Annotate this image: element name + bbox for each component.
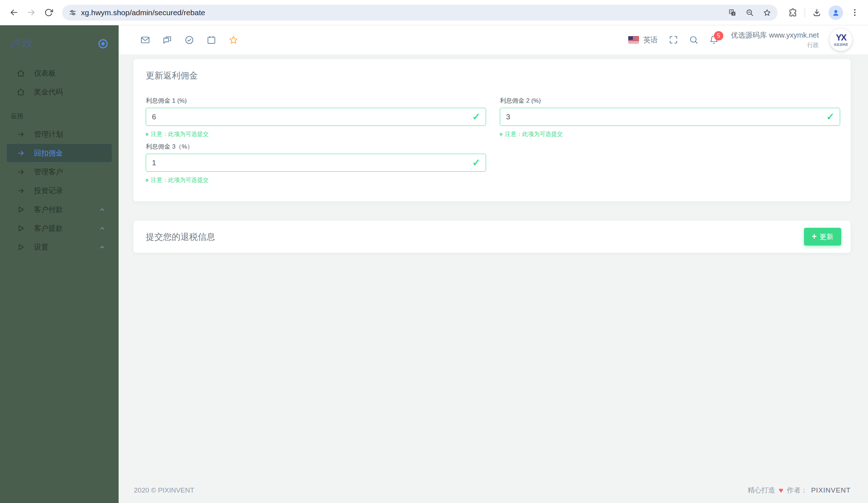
field-label: 利息佣金 1 (%) bbox=[146, 97, 486, 105]
browser-profile-button[interactable] bbox=[829, 5, 843, 20]
notification-badge: 5 bbox=[714, 31, 723, 41]
valid-check-icon: ✓ bbox=[472, 157, 480, 169]
sidebar-section-apps: 应用 bbox=[11, 112, 119, 120]
rebate-commission-card: 更新返利佣金 利息佣金 1 (%) ✓ 注意：此项为可选提交 bbox=[133, 59, 851, 201]
reload-icon bbox=[44, 8, 53, 17]
sidebar-item-label: 管理计划 bbox=[34, 129, 63, 139]
commission-2-input[interactable] bbox=[500, 108, 840, 126]
browser-forward-button[interactable] bbox=[23, 5, 39, 21]
chat-icon[interactable] bbox=[162, 35, 172, 45]
browser-back-button[interactable] bbox=[6, 5, 22, 21]
triangle-right-icon bbox=[17, 243, 25, 251]
page-footer: 2020 © PIXINVENT 精心打造 ♥ 作者： PIXINVENT bbox=[119, 486, 868, 503]
brand-logo[interactable]: 卢坎 bbox=[10, 36, 34, 51]
footer-made-text: 精心打造 bbox=[748, 486, 775, 495]
user-name: 优选源码库 www.yxymk.net bbox=[731, 30, 819, 40]
sidebar-item-label: 客户提款 bbox=[34, 223, 63, 233]
commission-3-input[interactable] bbox=[146, 154, 486, 172]
arrow-right-icon bbox=[17, 168, 25, 176]
home-icon bbox=[17, 69, 25, 77]
language-label: 英语 bbox=[643, 35, 658, 45]
sidebar-item-label: 仪表板 bbox=[34, 68, 56, 78]
favorites-star-icon[interactable] bbox=[229, 35, 238, 45]
sidebar-item-label: 设置 bbox=[34, 242, 48, 252]
check-circle-icon[interactable] bbox=[184, 35, 194, 45]
toolbar-divider bbox=[805, 8, 805, 17]
note-bullet-icon bbox=[146, 133, 148, 136]
sidebar-item-settings[interactable]: 设置 bbox=[7, 238, 112, 256]
commission-field-3: 利息佣金 3（%） ✓ 注意：此项为可选提交 bbox=[146, 142, 486, 184]
downloads-icon[interactable] bbox=[812, 8, 821, 17]
notifications-button[interactable]: 5 bbox=[709, 35, 719, 44]
language-selector[interactable]: 英语 bbox=[628, 35, 658, 45]
site-settings-icon[interactable] bbox=[69, 9, 77, 17]
sidebar-item-dashboard[interactable]: 仪表板 bbox=[7, 64, 112, 82]
submit-card-title: 提交您的退税信息 bbox=[146, 231, 215, 243]
commission-1-input[interactable] bbox=[146, 108, 486, 126]
valid-check-icon: ✓ bbox=[826, 111, 834, 123]
note-bullet-icon bbox=[146, 179, 148, 182]
bookmark-star-icon[interactable] bbox=[763, 9, 771, 17]
note-bullet-icon bbox=[500, 133, 502, 136]
search-icon[interactable] bbox=[689, 35, 698, 44]
mail-icon[interactable] bbox=[140, 35, 150, 45]
zoom-out-icon[interactable] bbox=[746, 9, 754, 17]
sidebar-item-investment-records[interactable]: 投资记录 bbox=[7, 181, 112, 200]
home-icon bbox=[17, 88, 25, 96]
user-menu[interactable]: 优选源码库 www.yxymk.net 行政 bbox=[731, 30, 819, 49]
app-topbar: 英语 5 优选源码库 www.yxymk.net 行政 YX 优选源码库 bbox=[119, 25, 868, 54]
sidebar-item-label: 客户付款 bbox=[34, 205, 63, 214]
radio-circle-icon bbox=[98, 38, 109, 49]
field-label: 利息佣金 2 (%) bbox=[500, 97, 840, 105]
sidebar-item-bonus-code[interactable]: 奖金代码 bbox=[7, 82, 112, 101]
footer-author-label: 作者： bbox=[787, 486, 808, 495]
sidebar-item-manage-clients[interactable]: 管理客户 bbox=[7, 162, 112, 181]
url-text: xg.hwym.shop/admin/secured/rebate bbox=[81, 8, 728, 17]
field-note: 注意：此项为可选提交 bbox=[151, 176, 209, 184]
field-note: 注意：此项为可选提交 bbox=[151, 131, 209, 138]
submit-info-card: 提交您的退税信息 + 更新 bbox=[133, 221, 851, 253]
sidebar: 卢坎 仪表板 奖金代码 应用 管理计划 回扣佣金 bbox=[0, 25, 119, 503]
update-button-label: 更新 bbox=[820, 232, 833, 242]
copyright-text: 2020 © PIXINVENT bbox=[134, 486, 194, 494]
chevron-up-icon bbox=[99, 225, 106, 232]
sidebar-item-label: 管理客户 bbox=[34, 167, 63, 177]
sidebar-item-client-payments[interactable]: 客户付款 bbox=[7, 200, 112, 219]
valid-check-icon: ✓ bbox=[472, 111, 480, 123]
sidebar-toggle[interactable] bbox=[98, 38, 109, 49]
field-label: 利息佣金 3（%） bbox=[146, 142, 486, 151]
chevron-up-icon bbox=[99, 206, 106, 213]
sidebar-item-client-withdrawals[interactable]: 客户提款 bbox=[7, 219, 112, 238]
triangle-right-icon bbox=[17, 205, 25, 214]
chevron-up-icon bbox=[99, 244, 106, 251]
card-title: 更新返利佣金 bbox=[146, 70, 840, 81]
sidebar-menu: 仪表板 奖金代码 应用 管理计划 回扣佣金 管理客户 投资记录 bbox=[0, 59, 119, 256]
plus-icon: + bbox=[812, 233, 817, 241]
commission-field-2: 利息佣金 2 (%) ✓ 注意：此项为可选提交 bbox=[500, 97, 840, 138]
arrow-right-icon bbox=[17, 130, 25, 138]
footer-brand: PIXINVENT bbox=[811, 486, 851, 494]
back-arrow-icon bbox=[9, 8, 18, 17]
avatar[interactable]: YX 优选源码库 bbox=[830, 29, 852, 51]
triangle-right-icon bbox=[17, 224, 25, 233]
browser-reload-button[interactable] bbox=[41, 5, 56, 21]
sidebar-item-rebate-commission[interactable]: 回扣佣金 bbox=[7, 144, 112, 162]
commission-field-1: 利息佣金 1 (%) ✓ 注意：此项为可选提交 bbox=[146, 97, 486, 138]
calendar-icon[interactable] bbox=[207, 35, 216, 45]
heart-icon: ♥ bbox=[779, 486, 783, 495]
sidebar-item-manage-plans[interactable]: 管理计划 bbox=[7, 125, 112, 144]
avatar-logo: YX bbox=[836, 33, 846, 42]
sidebar-item-label: 奖金代码 bbox=[34, 87, 63, 97]
url-bar[interactable]: xg.hwym.shop/admin/secured/rebate G文 bbox=[62, 5, 778, 21]
update-button[interactable]: + 更新 bbox=[804, 228, 841, 246]
us-flag-icon bbox=[628, 36, 639, 43]
browser-menu-icon[interactable] bbox=[850, 8, 859, 17]
fullscreen-icon[interactable] bbox=[669, 35, 678, 44]
person-icon bbox=[831, 8, 840, 17]
translate-icon[interactable]: G文 bbox=[728, 9, 736, 17]
arrow-right-icon bbox=[17, 149, 25, 157]
sidebar-item-label: 投资记录 bbox=[34, 186, 63, 196]
browser-toolbar: xg.hwym.shop/admin/secured/rebate G文 bbox=[0, 0, 868, 25]
extensions-icon[interactable] bbox=[788, 8, 797, 17]
sidebar-item-label: 回扣佣金 bbox=[34, 148, 63, 158]
